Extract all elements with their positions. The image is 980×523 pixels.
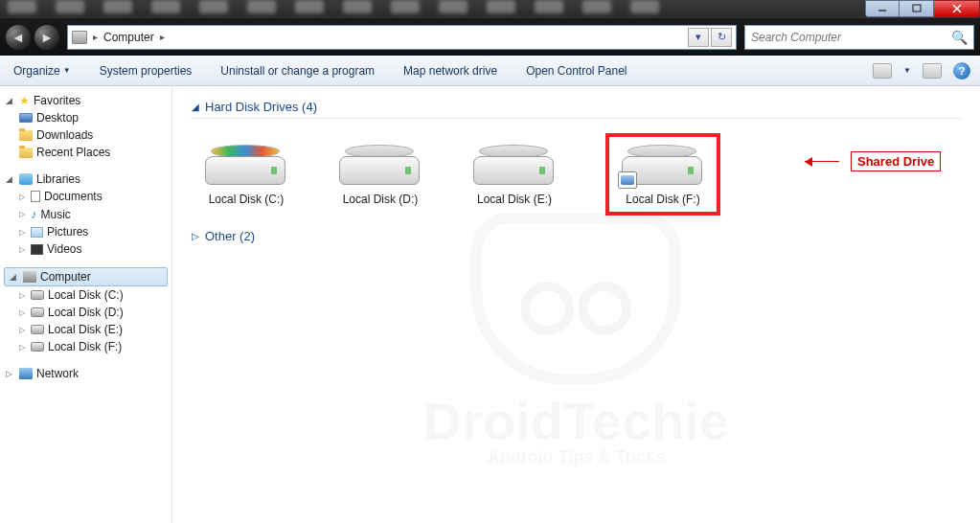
svg-rect-1 (913, 5, 921, 11)
disk-icon (339, 143, 422, 185)
group-hard-disk-drives[interactable]: ◢Hard Disk Drives (4) (192, 96, 961, 119)
content-area: ◢★Favorites Desktop Downloads Recent Pla… (0, 86, 980, 523)
drive-f[interactable]: Local Disk (F:) (605, 133, 720, 216)
breadcrumb-root[interactable]: Computer (103, 31, 154, 44)
annotation: Shared Drive (805, 151, 941, 171)
back-button[interactable]: ◄ (6, 25, 31, 50)
search-icon[interactable]: 🔍 (951, 30, 968, 45)
titlebar[interactable] (0, 0, 980, 17)
computer-icon (72, 31, 87, 44)
organize-menu[interactable]: Organize▼ (10, 62, 75, 80)
sidebar-item-pictures[interactable]: ▷Pictures (0, 223, 171, 240)
videos-icon (31, 244, 43, 255)
open-control-panel-button[interactable]: Open Control Panel (522, 62, 630, 80)
search-input[interactable] (751, 31, 951, 44)
sidebar-item-disk-e[interactable]: ▷Local Disk (E:) (0, 321, 171, 338)
address-bar[interactable]: ▸ Computer ▸ ▾ ↻ (67, 25, 737, 50)
disk-icon (622, 143, 704, 185)
chevron-down-icon[interactable]: ▼ (903, 66, 911, 75)
network-icon (19, 368, 33, 379)
drive-label: Local Disk (D:) (343, 193, 419, 206)
disk-icon (473, 143, 556, 185)
sidebar-item-videos[interactable]: ▷Videos (0, 240, 171, 258)
help-button[interactable]: ? (953, 62, 970, 80)
disk-icon (31, 325, 44, 334)
explorer-window: ◄ ► ▸ Computer ▸ ▾ ↻ 🔍 Organize▼ System … (0, 0, 980, 523)
pictures-icon (31, 227, 43, 238)
sidebar-item-desktop[interactable]: Desktop (0, 109, 171, 126)
items-view[interactable]: ◢Hard Disk Drives (4) Local Disk (C:) Lo… (172, 86, 980, 523)
breadcrumb-sep[interactable]: ▸ (160, 32, 165, 42)
sidebar-item-disk-d[interactable]: ▷Local Disk (D:) (0, 304, 171, 321)
disk-icon (31, 307, 44, 317)
sidebar-item-recent-places[interactable]: Recent Places (0, 144, 171, 161)
folder-icon (19, 130, 33, 141)
blurred-background (8, 0, 659, 13)
drive-label: Local Disk (F:) (626, 193, 699, 206)
disk-icon (31, 342, 44, 352)
drive-label: Local Disk (E:) (477, 193, 552, 206)
group-other[interactable]: ▷Other (2) (192, 225, 961, 247)
favorites-header[interactable]: ◢★Favorites (0, 92, 171, 109)
drive-label: Local Disk (C:) (209, 193, 285, 206)
system-properties-button[interactable]: System properties (96, 62, 196, 80)
drive-d[interactable]: Local Disk (D:) (337, 143, 423, 216)
minimize-button[interactable] (865, 0, 900, 17)
computer-header[interactable]: ◢Computer (4, 267, 168, 286)
maximize-button[interactable] (900, 0, 934, 17)
sidebar-item-documents[interactable]: ▷Documents (0, 188, 171, 205)
sidebar-item-downloads[interactable]: Downloads (0, 126, 171, 144)
preview-pane-button[interactable] (923, 63, 942, 79)
sidebar-item-disk-f[interactable]: ▷Local Disk (F:) (0, 338, 171, 355)
sidebar-item-music[interactable]: ▷♪Music (0, 205, 171, 223)
chevron-down-icon: ◢ (192, 102, 199, 112)
watermark: DroidTechie Android Tips & Tricks (423, 213, 729, 466)
music-icon: ♪ (31, 207, 37, 221)
annotation-arrow-icon (805, 157, 845, 167)
star-icon: ★ (19, 94, 30, 107)
documents-icon (31, 191, 40, 202)
drive-e[interactable]: Local Disk (E:) (471, 143, 558, 216)
view-options-button[interactable] (873, 63, 892, 79)
navigation-pane: ◢★Favorites Desktop Downloads Recent Pla… (0, 86, 172, 523)
chevron-right-icon: ▷ (192, 231, 199, 241)
search-bar[interactable]: 🔍 (744, 25, 974, 50)
recent-icon (19, 148, 33, 158)
refresh-button[interactable]: ↻ (711, 28, 732, 47)
navigation-bar: ◄ ► ▸ Computer ▸ ▾ ↻ 🔍 (0, 17, 980, 56)
shared-overlay-icon (618, 171, 637, 189)
annotation-label: Shared Drive (851, 151, 941, 171)
disk-icon (31, 290, 44, 300)
disk-icon (205, 143, 287, 185)
address-dropdown[interactable]: ▾ (688, 28, 709, 47)
sidebar-item-disk-c[interactable]: ▷Local Disk (C:) (0, 286, 171, 304)
library-icon (19, 173, 33, 185)
drive-c[interactable]: Local Disk (C:) (203, 143, 289, 216)
libraries-header[interactable]: ◢Libraries (0, 171, 171, 188)
chevron-down-icon: ▼ (63, 66, 71, 75)
desktop-icon (19, 113, 33, 123)
breadcrumb-sep: ▸ (93, 32, 98, 42)
map-network-drive-button[interactable]: Map network drive (399, 62, 501, 80)
uninstall-program-button[interactable]: Uninstall or change a program (217, 62, 378, 80)
close-button[interactable] (934, 0, 980, 17)
command-bar: Organize▼ System properties Uninstall or… (0, 56, 980, 86)
forward-button[interactable]: ► (34, 25, 59, 50)
computer-icon (23, 271, 36, 283)
network-header[interactable]: ▷Network (0, 365, 171, 382)
